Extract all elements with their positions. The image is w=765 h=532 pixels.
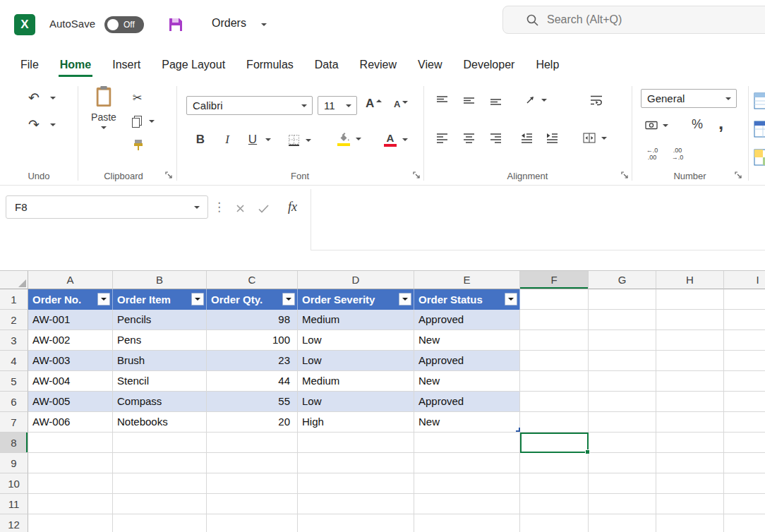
- chevron-down-icon[interactable]: [402, 138, 408, 141]
- paste-button[interactable]: Paste: [83, 85, 124, 129]
- tab-home[interactable]: Home: [49, 49, 102, 80]
- copy-button[interactable]: [131, 115, 155, 128]
- cancel-button[interactable]: [236, 204, 245, 213]
- tab-developer[interactable]: Developer: [452, 49, 525, 80]
- cell-E3[interactable]: New: [414, 330, 520, 351]
- increase-decimal-button[interactable]: ←.0 .00: [642, 147, 662, 161]
- row-header-7[interactable]: 7: [0, 412, 28, 433]
- decrease-decimal-button[interactable]: .00 →.0: [668, 147, 687, 161]
- excel-app-icon[interactable]: X: [14, 14, 35, 35]
- cell-A2[interactable]: AW-001: [28, 310, 113, 330]
- clipboard-dialog-launcher[interactable]: [164, 171, 173, 179]
- middle-align-button[interactable]: [463, 95, 475, 106]
- decrease-indent-button[interactable]: [521, 133, 533, 144]
- conditional-formatting-icon[interactable]: [754, 92, 765, 109]
- column-header-B[interactable]: B: [113, 271, 207, 289]
- orientation-button[interactable]: [525, 95, 547, 106]
- column-header-H[interactable]: H: [656, 271, 724, 289]
- column-header-E[interactable]: E: [414, 271, 520, 289]
- filter-button[interactable]: [97, 293, 110, 306]
- tab-review[interactable]: Review: [349, 49, 407, 80]
- tab-view[interactable]: View: [407, 49, 452, 80]
- cell-A7[interactable]: AW-006: [28, 412, 113, 433]
- search-input[interactable]: Search (Alt+Q): [502, 6, 765, 34]
- cell-C4[interactable]: 23: [207, 351, 298, 371]
- increase-indent-button[interactable]: [546, 133, 558, 144]
- column-header-D[interactable]: D: [298, 271, 414, 289]
- font-color-button[interactable]: A: [384, 132, 408, 147]
- cell-D7[interactable]: High: [298, 412, 414, 433]
- cell-C7[interactable]: 20: [207, 412, 298, 433]
- underline-button[interactable]: U: [246, 133, 271, 147]
- cell-B7[interactable]: Notebooks: [113, 412, 207, 433]
- autosave-toggle[interactable]: Off: [104, 16, 144, 33]
- row-header-12[interactable]: 12: [0, 514, 28, 532]
- cell-B3[interactable]: Pens: [113, 330, 207, 351]
- row-header-4[interactable]: 4: [0, 351, 28, 371]
- chevron-down-icon[interactable]: [50, 123, 56, 126]
- cell-B4[interactable]: Brush: [113, 351, 207, 371]
- column-header-C[interactable]: C: [207, 271, 298, 289]
- formula-input[interactable]: [319, 193, 759, 246]
- tab-insert[interactable]: Insert: [102, 49, 151, 80]
- font-size-select[interactable]: 11: [318, 96, 357, 115]
- cell-D5[interactable]: Medium: [298, 371, 414, 392]
- cell-B2[interactable]: Pencils: [113, 310, 207, 330]
- formula-bar-handle[interactable]: ⋮: [213, 200, 225, 214]
- cell-B5[interactable]: Stencil: [113, 371, 207, 392]
- cell-D2[interactable]: Medium: [298, 310, 414, 330]
- bold-button[interactable]: B: [193, 133, 207, 147]
- cell-D6[interactable]: Low: [298, 392, 414, 412]
- column-header-I[interactable]: I: [724, 271, 765, 289]
- row-header-10[interactable]: 10: [0, 473, 28, 494]
- fill-handle[interactable]: [585, 449, 590, 454]
- row-header-3[interactable]: 3: [0, 330, 28, 351]
- cell-E6[interactable]: Approved: [414, 392, 520, 412]
- cell-B6[interactable]: Compass: [113, 392, 207, 412]
- wrap-text-button[interactable]: [590, 95, 603, 106]
- column-header-F[interactable]: F: [520, 271, 589, 289]
- cell-C6[interactable]: 55: [207, 392, 298, 412]
- row-header-8[interactable]: 8: [0, 433, 28, 453]
- font-dialog-launcher[interactable]: [412, 171, 421, 179]
- cell-E5[interactable]: New: [414, 371, 520, 392]
- chevron-down-icon[interactable]: [101, 126, 107, 129]
- merge-center-button[interactable]: [583, 133, 607, 143]
- filter-button[interactable]: [282, 293, 295, 306]
- filter-button[interactable]: [399, 293, 411, 306]
- cell-D3[interactable]: Low: [298, 330, 414, 351]
- chevron-down-icon[interactable]: [50, 97, 56, 99]
- save-button[interactable]: [167, 16, 185, 34]
- table-resize-handle[interactable]: [516, 428, 520, 432]
- cell-A3[interactable]: AW-002: [28, 330, 113, 351]
- fill-color-button[interactable]: [337, 132, 361, 146]
- name-box[interactable]: F8: [6, 195, 208, 219]
- row-header-11[interactable]: 11: [0, 494, 28, 514]
- font-name-select[interactable]: Calibri: [186, 96, 313, 115]
- percent-style-button[interactable]: %: [692, 117, 703, 132]
- column-header-A[interactable]: A: [28, 271, 113, 289]
- cell-D4[interactable]: Low: [298, 351, 414, 371]
- filter-button[interactable]: [505, 293, 517, 306]
- comma-style-button[interactable]: ,: [718, 112, 723, 134]
- cell-C5[interactable]: 44: [207, 371, 298, 392]
- chevron-down-icon[interactable]: [194, 206, 200, 209]
- cell-E2[interactable]: Approved: [414, 310, 520, 330]
- grid-cells[interactable]: Order No.Order ItemOrder Qty.Order Sever…: [28, 289, 765, 532]
- top-align-button[interactable]: [436, 95, 448, 106]
- enter-button[interactable]: [258, 205, 269, 213]
- chevron-down-icon[interactable]: [149, 120, 155, 123]
- format-as-table-icon[interactable]: [754, 121, 765, 138]
- chevron-down-icon[interactable]: [261, 23, 267, 26]
- workbook-title[interactable]: Orders: [212, 17, 246, 30]
- accounting-format-button[interactable]: [645, 120, 668, 131]
- increase-font-size-button[interactable]: A: [366, 97, 382, 111]
- cell-A4[interactable]: AW-003: [28, 351, 113, 371]
- align-right-button[interactable]: [490, 133, 502, 144]
- align-left-button[interactable]: [436, 133, 448, 144]
- align-center-button[interactable]: [463, 133, 475, 144]
- chevron-down-icon[interactable]: [541, 99, 547, 102]
- bottom-align-button[interactable]: [490, 95, 502, 106]
- redo-button[interactable]: ↷: [28, 118, 56, 131]
- filter-button[interactable]: [191, 293, 204, 306]
